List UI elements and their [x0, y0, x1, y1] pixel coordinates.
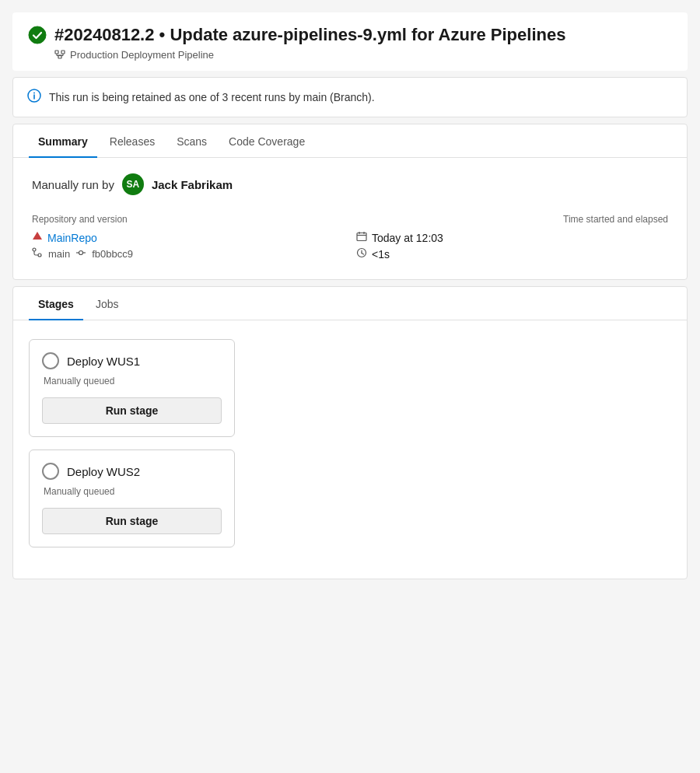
time-label: Time started and elapsed — [356, 214, 668, 225]
stage-status-circle-1 — [42, 352, 59, 369]
svg-point-9 — [33, 93, 35, 94]
elapsed-row: <1s — [356, 247, 668, 261]
repo-icon — [32, 231, 43, 244]
svg-line-23 — [362, 254, 364, 255]
svg-marker-10 — [33, 232, 42, 240]
repo-label: Repository and version — [32, 214, 344, 225]
tabs-card: Summary Releases Scans Code Coverage Man… — [12, 124, 688, 280]
repo-section: Repository and version MainRepo — [32, 214, 344, 264]
stage-name-2: Deploy WUS2 — [67, 465, 140, 478]
calendar-icon — [356, 231, 367, 244]
repo-name[interactable]: MainRepo — [47, 232, 97, 244]
branch-icon — [32, 247, 42, 260]
time-started-row: Today at 12:03 — [356, 231, 668, 244]
tab-summary[interactable]: Summary — [29, 124, 97, 157]
success-icon — [28, 26, 47, 44]
pipeline-name: Production Deployment Pipeline — [70, 49, 214, 61]
meta-grid: Repository and version MainRepo — [32, 214, 668, 264]
tab-code-coverage[interactable]: Code Coverage — [219, 124, 314, 157]
stage-header-1: Deploy WUS1 — [42, 352, 222, 369]
svg-point-14 — [79, 250, 83, 254]
tab-scans[interactable]: Scans — [167, 124, 216, 157]
run-by-label: Manually run by — [32, 178, 114, 191]
commit-icon — [76, 248, 86, 260]
tab-releases[interactable]: Releases — [100, 124, 164, 157]
repo-row: MainRepo — [32, 231, 344, 244]
page-wrapper: #20240812.2 • Update azure-pipelines-9.y… — [0, 0, 700, 592]
time-section: Time started and elapsed Today at 12:03 — [356, 214, 668, 264]
banner-text: This run is being retained as one of 3 r… — [49, 91, 375, 103]
run-info-row: Manually run by SA Jack Fabrikam — [32, 173, 668, 195]
run-stage-button-2[interactable]: Run stage — [42, 508, 222, 534]
clock-icon — [356, 247, 367, 261]
page-title: #20240812.2 • Update azure-pipelines-9.y… — [54, 25, 565, 45]
stage-header-2: Deploy WUS2 — [42, 463, 222, 480]
stage-name-1: Deploy WUS1 — [67, 355, 140, 368]
svg-point-12 — [38, 254, 41, 257]
branch-row: main fb0bbcc9 — [32, 247, 344, 260]
summary-content: Manually run by SA Jack Fabrikam Reposit… — [13, 158, 687, 279]
stage-card-2: Deploy WUS2 Manually queued Run stage — [29, 449, 235, 547]
time-started: Today at 12:03 — [372, 232, 443, 244]
stage-status-1: Manually queued — [42, 376, 222, 386]
info-icon — [27, 89, 41, 106]
stage-card-1: Deploy WUS1 Manually queued Run stage — [29, 339, 235, 437]
title-row: #20240812.2 • Update azure-pipelines-9.y… — [28, 25, 672, 45]
stages-tabs-nav: Stages Jobs — [13, 287, 687, 320]
tabs-nav: Summary Releases Scans Code Coverage — [13, 124, 687, 158]
stage-status-2: Manually queued — [42, 486, 222, 497]
header-section: #20240812.2 • Update azure-pipelines-9.y… — [12, 12, 688, 71]
svg-rect-17 — [357, 233, 366, 241]
pipeline-icon — [54, 48, 65, 61]
tab-stages[interactable]: Stages — [29, 287, 83, 320]
svg-point-0 — [29, 26, 46, 44]
subtitle-row: Production Deployment Pipeline — [28, 48, 672, 61]
svg-rect-1 — [55, 51, 58, 54]
run-stage-button-1[interactable]: Run stage — [42, 397, 222, 424]
commit-hash: fb0bbcc9 — [92, 248, 133, 260]
stage-status-circle-2 — [42, 463, 59, 480]
stages-card: Stages Jobs Deploy WUS1 Manually queued … — [12, 286, 688, 579]
avatar: SA — [122, 173, 144, 195]
tab-jobs[interactable]: Jobs — [86, 287, 128, 320]
user-name: Jack Fabrikam — [152, 178, 233, 191]
svg-point-11 — [33, 248, 36, 251]
info-banner: This run is being retained as one of 3 r… — [12, 77, 688, 117]
svg-rect-2 — [61, 51, 65, 54]
branch-name: main — [48, 248, 70, 260]
stages-content: Deploy WUS1 Manually queued Run stage De… — [13, 320, 687, 579]
elapsed-time: <1s — [372, 248, 390, 261]
